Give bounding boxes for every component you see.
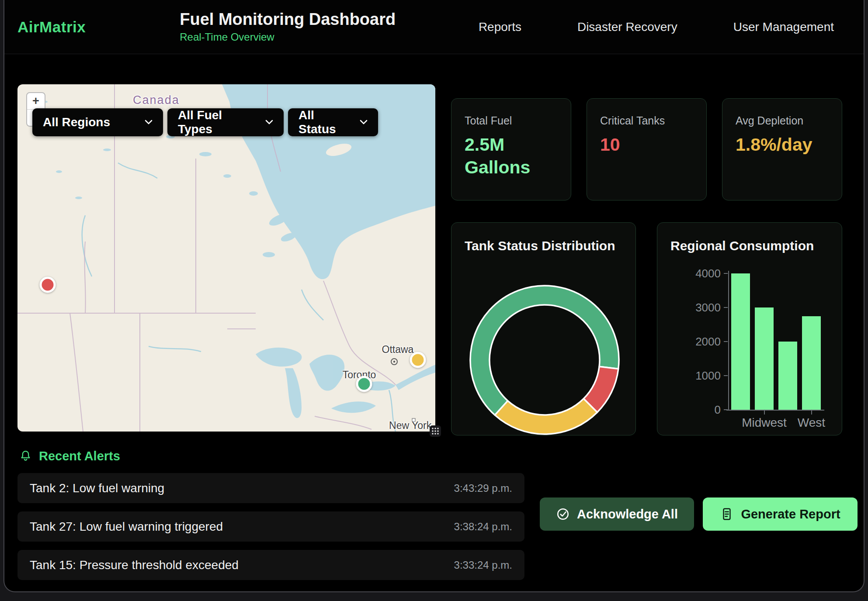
alert-time: 3:33:24 p.m. xyxy=(454,559,512,571)
stat-card-avg-depletion: Avg Depletion 1.8%/day xyxy=(722,98,842,200)
status-filter-dropdown[interactable]: All Status xyxy=(288,108,378,136)
chevron-down-icon xyxy=(360,120,368,125)
bar-3 xyxy=(802,316,821,410)
document-icon xyxy=(720,507,734,521)
map-label-ottawa: Ottawa xyxy=(382,344,414,356)
alert-actions: Acknowledge All Generate Report xyxy=(540,497,858,531)
alert-message: Tank 15: Pressure threshold exceeded xyxy=(30,558,239,572)
alert-message: Tank 27: Low fuel warning triggered xyxy=(30,520,223,534)
stat-value: 10 xyxy=(600,133,692,156)
tank-status-card: Tank Status Distribution xyxy=(451,222,636,435)
zoom-in-button[interactable]: + xyxy=(27,93,45,109)
dashboard-root: AirMatrix Fuel Monitoring Dashboard Real… xyxy=(3,0,865,592)
stat-value: 2.5M Gallons xyxy=(465,133,556,179)
drag-dots-icon xyxy=(431,427,439,435)
alert-row[interactable]: Tank 2: Low fuel warning 3:43:29 p.m. xyxy=(17,473,524,503)
bar-2 xyxy=(778,342,797,410)
charts-row: Tank Status Distribution Regional Consum… xyxy=(451,222,842,435)
alerts-list: Tank 2: Low fuel warning 3:43:29 p.m. Ta… xyxy=(17,473,524,588)
stat-label: Avg Depletion xyxy=(736,114,829,127)
header: AirMatrix Fuel Monitoring Dashboard Real… xyxy=(4,0,864,54)
chevron-down-icon xyxy=(265,120,273,125)
bar-0 xyxy=(731,273,750,410)
region-filter-value: All Regions xyxy=(43,115,110,129)
stat-label: Total Fuel xyxy=(465,114,558,127)
y-tick-label: 3000 xyxy=(660,301,721,314)
tank-marker-warning[interactable] xyxy=(410,352,426,368)
y-tick-label: 1000 xyxy=(660,369,721,383)
bar-1 xyxy=(755,307,774,410)
map-label-new-york: New York xyxy=(389,419,431,431)
alert-time: 3:38:24 p.m. xyxy=(454,521,512,533)
stat-card-critical-tanks: Critical Tanks 10 xyxy=(587,98,707,200)
stat-label: Critical Tanks xyxy=(600,114,693,127)
acknowledge-all-label: Acknowledge All xyxy=(577,507,678,522)
stat-card-total-fuel: Total Fuel 2.5M Gallons xyxy=(451,98,571,200)
map-label-canada: Canada xyxy=(133,93,180,107)
generate-report-label: Generate Report xyxy=(741,507,840,522)
region-filter-dropdown[interactable]: All Regions xyxy=(32,108,163,136)
status-filter-value: All Status xyxy=(299,108,344,136)
fuel-type-filter-dropdown[interactable]: All Fuel Types xyxy=(167,108,284,136)
tank-marker-critical[interactable] xyxy=(39,276,56,293)
generate-report-button[interactable]: Generate Report xyxy=(703,497,858,531)
fuel-type-filter-value: All Fuel Types xyxy=(178,108,250,136)
check-circle-icon xyxy=(556,507,570,521)
regional-consumption-card: Regional Consumption 01000200030004000Mi… xyxy=(657,222,842,435)
alerts-title: Recent Alerts xyxy=(39,449,120,463)
main-nav: Reports Disaster Recovery User Managemen… xyxy=(479,20,834,34)
alert-row[interactable]: Tank 15: Pressure threshold exceeded 3:3… xyxy=(17,550,524,580)
x-tick-label: West xyxy=(798,416,825,430)
page-subtitle: Real-Time Overview xyxy=(180,31,396,43)
x-tick-label: Midwest xyxy=(742,416,787,430)
map-panel: CanadaOttawaTorontoNew York + − All Regi… xyxy=(17,84,435,432)
chevron-down-icon xyxy=(145,120,153,125)
map-resize-handle[interactable] xyxy=(430,425,441,437)
bar-chart: 01000200030004000MidwestWest xyxy=(657,223,842,435)
brand-logo: AirMatrix xyxy=(17,18,86,36)
title-block: Fuel Monitoring Dashboard Real-Time Over… xyxy=(180,10,396,44)
alerts-header: Recent Alerts xyxy=(19,449,120,463)
acknowledge-all-button[interactable]: Acknowledge All xyxy=(540,497,694,531)
alert-row[interactable]: Tank 27: Low fuel warning triggered 3:38… xyxy=(17,511,524,542)
stat-value: 1.8%/day xyxy=(736,133,827,156)
nav-user-management[interactable]: User Management xyxy=(733,20,834,34)
y-tick-label: 2000 xyxy=(660,335,721,349)
right-column: Total Fuel 2.5M Gallons Critical Tanks 1… xyxy=(451,98,842,435)
tank-marker-normal[interactable] xyxy=(356,376,372,392)
bell-icon xyxy=(19,450,32,463)
y-tick-label: 4000 xyxy=(660,267,721,280)
donut-chart xyxy=(451,223,636,436)
nav-disaster-recovery[interactable]: Disaster Recovery xyxy=(577,20,677,34)
page-title: Fuel Monitoring Dashboard xyxy=(180,10,396,29)
alert-time: 3:43:29 p.m. xyxy=(454,482,512,494)
map-canvas[interactable]: CanadaOttawaTorontoNew York + − All Regi… xyxy=(17,84,435,432)
nav-reports[interactable]: Reports xyxy=(479,20,521,34)
y-tick-label: 0 xyxy=(660,403,721,417)
stats-row: Total Fuel 2.5M Gallons Critical Tanks 1… xyxy=(451,98,842,200)
filter-bar: All Regions All Fuel Types All Status xyxy=(32,108,378,136)
alert-message: Tank 2: Low fuel warning xyxy=(30,481,164,495)
